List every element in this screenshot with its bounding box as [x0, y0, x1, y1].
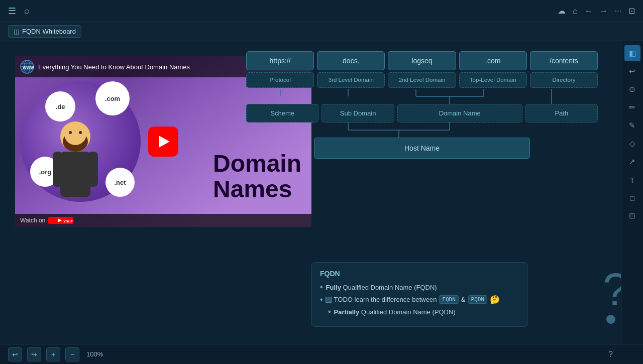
mid-labels-row: Scheme Sub Domain Domain Name Path	[246, 104, 598, 123]
person-graphic	[30, 111, 121, 212]
path-label[interactable]: Path	[525, 104, 598, 123]
page-icon: ◫	[14, 28, 19, 35]
text-tool-button[interactable]: T	[624, 172, 640, 188]
badge-com: .com	[95, 81, 130, 115]
hostname-label[interactable]: Host Name	[314, 138, 530, 159]
breadcrumb-bar: ◫ FQDN Whiteboard	[0, 22, 643, 41]
frame-tool-button[interactable]: □	[624, 190, 640, 206]
svg-rect-7	[88, 152, 98, 187]
protocol-label: Protocol	[246, 72, 314, 88]
forward-icon[interactable]: →	[600, 7, 608, 16]
second-level-label: 2nd Level Domain	[388, 72, 456, 88]
fqdn-item-fully: Fully Qualified Domain Name (FQDN)	[320, 283, 519, 292]
home-icon[interactable]: ⌂	[573, 7, 578, 16]
top-level-label: Top-Level Domain	[459, 72, 527, 88]
globe-small-icon: WWW	[20, 60, 34, 74]
youtube-bar: Watch on YouTube	[15, 214, 311, 227]
svg-rect-5	[60, 152, 90, 197]
fqdn-tag: FQDN	[439, 295, 459, 304]
layout-icon[interactable]: ⊡	[628, 6, 635, 16]
url-labels-row: Protocol 3rd Level Domain 2nd Level Doma…	[246, 72, 598, 88]
fully-bold: Fully Qualified Domain Name (FQDN)	[326, 284, 437, 291]
watch-on-label: Watch on	[20, 217, 45, 224]
top-bar-left: ☰ ⌕	[8, 6, 30, 17]
third-level-label: 3rd Level Domain	[317, 72, 385, 88]
arrow-tool-button[interactable]: ↗	[624, 154, 640, 170]
svg-point-4	[79, 131, 82, 134]
fqdn-item-partially: Partially Qualified Domain Name (PQDN)	[328, 307, 519, 316]
zoom-level: 100%	[86, 350, 103, 358]
embed-tool-button[interactable]: ⊡	[624, 208, 640, 224]
history-tool-button[interactable]: ⊙	[624, 81, 640, 97]
pen-tool-button[interactable]: ✏	[624, 99, 640, 115]
search-icon[interactable]: ⌕	[24, 6, 30, 16]
undo-tool-button[interactable]: ↩	[624, 63, 640, 79]
directory-label: Directory	[530, 72, 598, 88]
amp-text: &	[461, 296, 466, 303]
menu-icon[interactable]: ☰	[8, 6, 16, 17]
svg-text:YouTube: YouTube	[63, 219, 73, 223]
video-title: Everything You Need to Know About Domain…	[38, 63, 190, 71]
bottom-bar: ↩ ↪ + − 100% ?	[0, 344, 643, 364]
undo-button[interactable]: ↩	[8, 347, 22, 361]
svg-rect-6	[53, 152, 63, 187]
top-bar-right: ☁ ⌂ ← → ··· ⊡	[558, 6, 635, 16]
draw-tool-button[interactable]: ✎	[624, 117, 640, 134]
directory-value[interactable]: /contents	[530, 51, 598, 70]
second-level-value[interactable]: logseq	[388, 51, 456, 70]
svg-point-2	[64, 123, 86, 145]
fqdn-item-todo: TODO learn the difference between FQDN &…	[320, 295, 519, 304]
zoom-out-button[interactable]: −	[65, 347, 79, 361]
right-sidebar: ◧ ↩ ⊙ ✏ ✎ ◇ ↗ T □ ⊡	[621, 41, 643, 344]
diagram-area: https:// docs. logseq .com /contents Pro…	[246, 51, 598, 159]
play-button[interactable]	[148, 127, 178, 157]
hostname-row: Host Name	[246, 138, 598, 159]
cloud-icon[interactable]: ☁	[558, 6, 566, 16]
scheme-label[interactable]: Scheme	[246, 104, 318, 123]
subdomain-label[interactable]: Sub Domain	[322, 104, 394, 123]
names-text: Names	[213, 177, 301, 202]
play-icon	[159, 136, 170, 148]
fqdn-title: FQDN	[320, 270, 519, 278]
thinking-emoji: 🤔	[490, 295, 500, 304]
breadcrumb-tab[interactable]: ◫ FQDN Whiteboard	[8, 25, 81, 38]
svg-text:WWW: WWW	[23, 65, 34, 70]
svg-point-3	[69, 131, 72, 134]
main-content: .de .com .org .net	[0, 41, 643, 344]
zoom-in-button[interactable]: +	[46, 347, 60, 361]
help-button[interactable]: ?	[608, 350, 613, 359]
select-tool-button[interactable]: ◧	[624, 45, 640, 61]
domain-name-label[interactable]: Domain Name	[397, 104, 522, 123]
video-text-overlay: Domain Names	[213, 151, 301, 202]
top-level-value[interactable]: .com	[459, 51, 527, 70]
connector-lines-1	[246, 89, 598, 104]
third-level-value[interactable]: docs.	[317, 51, 385, 70]
question-dot	[606, 315, 615, 324]
pqdn-tag: PQDN	[468, 295, 488, 304]
protocol-value[interactable]: https://	[246, 51, 314, 70]
more-icon[interactable]: ···	[615, 7, 621, 16]
fqdn-list: Fully Qualified Domain Name (FQDN) TODO …	[320, 283, 519, 316]
shape-tool-button[interactable]: ◇	[624, 136, 640, 152]
connector-lines-2	[246, 123, 598, 138]
youtube-logo: YouTube	[48, 217, 73, 224]
todo-checkbox[interactable]	[326, 297, 332, 303]
back-icon[interactable]: ←	[585, 7, 593, 16]
breadcrumb-label: FQDN Whiteboard	[22, 28, 76, 35]
url-segments-row: https:// docs. logseq .com /contents	[246, 51, 598, 70]
fqdn-panel: FQDN Fully Qualified Domain Name (FQDN) …	[311, 262, 527, 327]
partially-bold: Partially Qualified Domain Name (PQDN)	[334, 308, 456, 316]
top-bar: ☰ ⌕ ☁ ⌂ ← → ··· ⊡	[0, 0, 643, 22]
todo-text: TODO learn the difference between	[334, 296, 437, 303]
redo-button[interactable]: ↪	[27, 347, 41, 361]
